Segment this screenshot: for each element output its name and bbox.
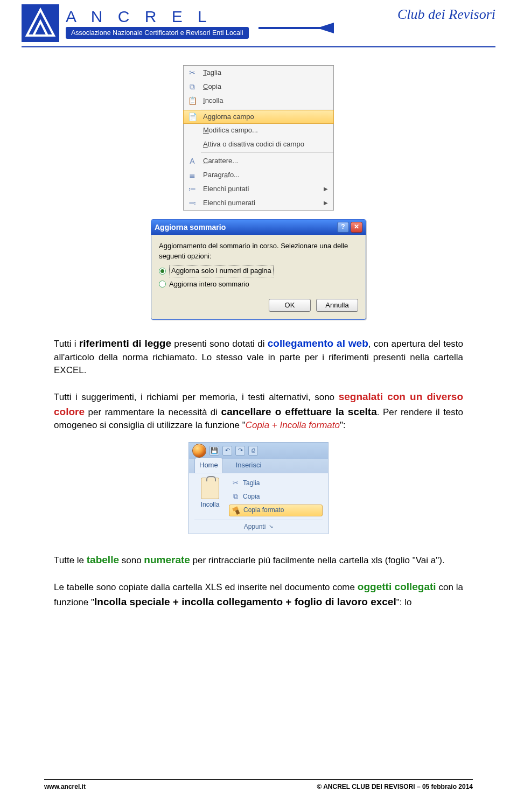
menu-item-icon: A	[184, 156, 201, 166]
menu-item[interactable]: Attiva o disattiva codici di campo	[184, 137, 333, 151]
paragraph-2: Tutti i suggerimenti, i richiami per mem…	[54, 389, 463, 432]
brand-tagline: Associazione Nazionale Certificatori e R…	[66, 27, 249, 39]
qat-undo-icon[interactable]: ↶	[222, 446, 232, 456]
paragraph-3: Tutte le tabelle sono numerate per rintr…	[54, 552, 463, 568]
dialog-launcher-icon[interactable]: ↘	[269, 523, 273, 531]
svg-marker-1	[33, 22, 47, 36]
submenu-arrow-icon: ▶	[324, 199, 333, 207]
paragraph-1: Tutti i riferimenti di legge presenti so…	[54, 336, 463, 377]
radio-icon	[159, 268, 166, 275]
menu-item-label: Modifica campo...	[201, 125, 333, 136]
menu-item[interactable]: ACarattere...	[184, 154, 333, 168]
qat-save-icon[interactable]: 💾	[209, 446, 219, 456]
menu-separator	[201, 152, 333, 153]
menu-item[interactable]: Modifica campo...	[184, 123, 333, 137]
menu-item-label: Elenchi numerati	[201, 198, 324, 208]
menu-item-icon: 📄	[184, 111, 201, 122]
radio-label: Aggiorna intero sommario	[169, 279, 249, 290]
menu-item-label: Carattere...	[201, 156, 333, 166]
menu-item-icon: ≕	[184, 198, 201, 208]
scissors-icon: ✂	[231, 479, 240, 488]
qat-print-icon[interactable]: ⎙	[248, 446, 258, 456]
office-button-icon[interactable]	[192, 444, 206, 458]
ribbon-clipboard-group: 💾 ↶ ↷ ⎙ Home Inserisci Incolla ✂Taglia ⧉	[188, 442, 329, 534]
submenu-arrow-icon: ▶	[324, 185, 333, 193]
menu-item-label: Elenchi puntati	[201, 184, 324, 194]
close-button[interactable]: ✕	[351, 222, 362, 233]
svg-marker-2	[258, 23, 334, 33]
menu-item[interactable]: 📋Incolla	[184, 94, 333, 108]
paste-button-label[interactable]: Incolla	[201, 500, 220, 509]
menu-item[interactable]: ≣Paragrafo...	[184, 168, 333, 182]
menu-item-label: Copia	[201, 82, 333, 92]
menu-item[interactable]: ≔Elenchi puntati▶	[184, 182, 333, 196]
tab-insert[interactable]: Inserisci	[232, 458, 266, 473]
menu-item-icon: ✂	[184, 67, 201, 78]
cancel-button[interactable]: Annulla	[316, 299, 358, 312]
update-toc-dialog: Aggiorna sommario ? ✕ Aggiornamento del …	[151, 219, 366, 320]
menu-item-icon: ≣	[184, 170, 201, 180]
header-arrow-icon	[258, 23, 334, 33]
menu-item-icon: ≔	[184, 184, 201, 194]
radio-icon	[159, 281, 166, 288]
logo-icon	[22, 4, 59, 42]
menu-item-label: Taglia	[201, 68, 333, 78]
format-painter-button[interactable]: Copia formato	[229, 505, 323, 516]
ok-button[interactable]: OK	[269, 299, 311, 312]
copy-icon: ⧉	[231, 493, 240, 501]
group-label: Appunti	[244, 522, 266, 531]
cut-button[interactable]: ✂Taglia	[229, 478, 323, 489]
dialog-title: Aggiorna sommario	[155, 222, 336, 233]
menu-item[interactable]: ✂Taglia	[184, 66, 333, 80]
header-rule	[22, 46, 495, 47]
qat-redo-icon[interactable]: ↷	[235, 446, 245, 456]
help-button[interactable]: ?	[337, 222, 349, 233]
page-footer: www.ancrel.it © ANCREL CLUB DEI REVISORI…	[44, 779, 473, 790]
footer-left: www.ancrel.it	[44, 783, 86, 790]
menu-item[interactable]: ⧉Copia	[184, 80, 333, 94]
paragraph-4: Le tabelle sono copiate dalla cartella X…	[54, 579, 463, 609]
radio-update-entire[interactable]: Aggiorna intero sommario	[159, 279, 358, 290]
menu-item-label: Paragrafo...	[201, 170, 333, 180]
menu-separator	[201, 109, 333, 109]
menu-item-label: Incolla	[201, 96, 333, 106]
menu-item-icon: ⧉	[184, 81, 201, 92]
radio-label: Aggiorna solo i numeri di pagina	[169, 265, 274, 277]
tab-home[interactable]: Home	[194, 458, 223, 473]
menu-item-icon: 📋	[184, 95, 201, 106]
page-header: A N C R E L Associazione Nazionale Certi…	[0, 0, 517, 48]
menu-item[interactable]: 📄Aggiorna campo	[183, 110, 334, 124]
menu-item-label: Attiva o disattiva codici di campo	[201, 139, 333, 150]
menu-item-label: Aggiorna campo	[201, 112, 333, 122]
context-menu: ✂Taglia⧉Copia📋Incolla📄Aggiorna campoModi…	[183, 65, 334, 211]
dialog-prompt: Aggiornamento del sommario in corso. Sel…	[159, 241, 358, 262]
clipboard-icon	[201, 478, 219, 499]
brand-name: A N C R E L	[66, 8, 212, 26]
footer-right: © ANCREL CLUB DEI REVISORI – 05 febbraio…	[317, 783, 473, 790]
header-right-title: Club dei Revisori	[397, 6, 495, 23]
radio-update-pagenumbers[interactable]: Aggiorna solo i numeri di pagina	[159, 265, 358, 277]
brush-icon	[232, 506, 240, 515]
copy-button[interactable]: ⧉Copia	[229, 491, 323, 503]
menu-item[interactable]: ≕Elenchi numerati▶	[184, 196, 333, 210]
